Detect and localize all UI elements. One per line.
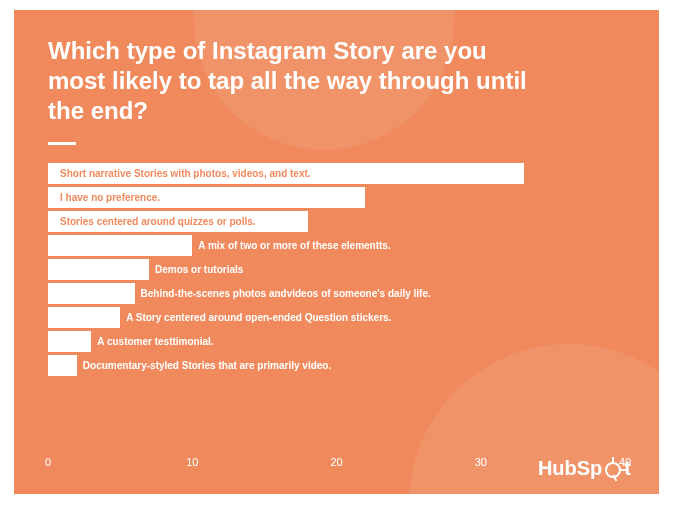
bar	[48, 307, 120, 328]
bar	[48, 283, 135, 304]
chart-card: Which type of Instagram Story are you mo…	[14, 10, 659, 494]
axis-tick: 10	[186, 456, 198, 468]
axis-tick: 0	[45, 456, 51, 468]
bar-label: I have no preference.	[54, 192, 166, 203]
bar-label: A mix of two or more of these elementts.	[192, 240, 396, 251]
bar-row: I have no preference.	[48, 187, 625, 208]
bar-row: A Story centered around open-ended Quest…	[48, 307, 625, 328]
bar-label: Short narrative Stories with photos, vid…	[54, 168, 317, 179]
bar-row: Short narrative Stories with photos, vid…	[48, 163, 625, 184]
bar-label: Stories centered around quizzes or polls…	[54, 216, 262, 227]
logo-text-pre: HubSp	[538, 457, 602, 480]
bar-row: Behind-the-scenes photos andvideos of so…	[48, 283, 625, 304]
axis-tick: 20	[330, 456, 342, 468]
hubspot-logo: HubSp t	[538, 457, 631, 480]
bar-row: Demos or tutorials	[48, 259, 625, 280]
bar-row: A mix of two or more of these elementts.	[48, 235, 625, 256]
bar-row: Stories centered around quizzes or polls…	[48, 211, 625, 232]
title-divider	[48, 142, 76, 145]
bar-label: Documentary-styled Stories that are prim…	[77, 360, 337, 371]
bar-row: A customer testtimonial.	[48, 331, 625, 352]
bar-chart: Short narrative Stories with photos, vid…	[48, 163, 625, 476]
bar-row: Documentary-styled Stories that are prim…	[48, 355, 625, 376]
bar-label: A customer testtimonial.	[91, 336, 219, 347]
bar	[48, 235, 192, 256]
sprocket-icon	[605, 462, 621, 478]
bar-label: Behind-the-scenes photos andvideos of so…	[135, 288, 437, 299]
bar	[48, 355, 77, 376]
bar	[48, 331, 91, 352]
chart-title: Which type of Instagram Story are you mo…	[48, 36, 548, 126]
axis-tick: 30	[475, 456, 487, 468]
bar-label: A Story centered around open-ended Quest…	[120, 312, 397, 323]
bar-label: Demos or tutorials	[149, 264, 249, 275]
content-area: Which type of Instagram Story are you mo…	[14, 10, 659, 494]
bar	[48, 259, 149, 280]
bars-container: Short narrative Stories with photos, vid…	[48, 163, 625, 450]
